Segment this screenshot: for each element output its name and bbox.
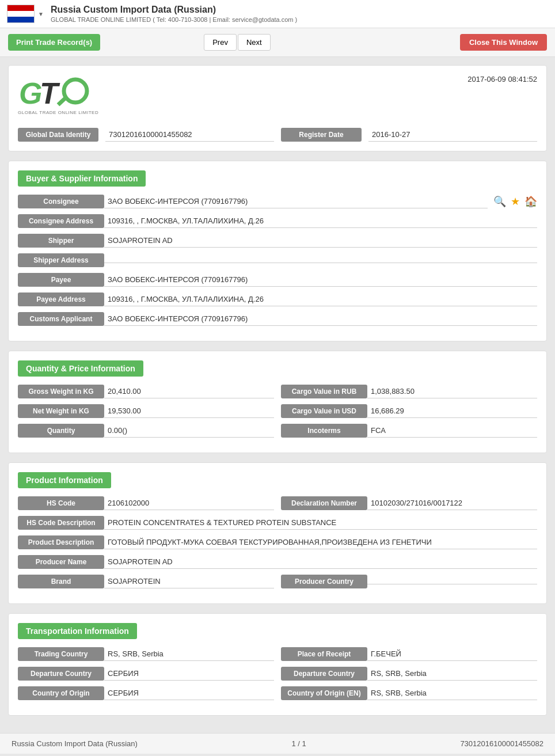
country-of-origin-value: СЕРБИЯ [104,686,274,700]
hs-code-label: HS Code [18,496,104,510]
transportation-card: Transportation Information Trading Count… [8,613,547,716]
buyer-supplier-card: Buyer & Supplier Information Consignee З… [8,161,547,341]
hs-desc-row: HS Code Description PROTEIN CONCENTRATES… [18,516,537,530]
declaration-label: Declaration Number [281,496,367,510]
country-of-origin-en-right: Country of Origin (EN) RS, SRB, Serbia [281,686,537,700]
header-text: Russia Custom Import Data (Russian) GLOB… [51,5,548,23]
logo-card: G T GLOBAL TRADE ONLINE LIMITED 2017-06-… [8,65,547,151]
hs-code-left: HS Code 2106102000 [18,496,274,510]
declaration-value: 10102030/271016/0017122 [367,496,537,510]
product-title: Product Information [18,472,111,488]
close-window-button[interactable]: Close This Window [460,34,547,51]
departure-country-en-label: Departure Country [281,667,367,681]
cargo-rub-label: Cargo Value in RUB [281,385,367,398]
country-flag [7,5,35,23]
country-of-origin-row: Country of Origin СЕРБИЯ Country of Orig… [18,686,537,700]
quantity-value: 0.00() [104,424,274,438]
date-label: Register Date [281,128,362,142]
trading-country-left: Trading Country RS, SRB, Serbia [18,647,274,661]
country-of-origin-label: Country of Origin [18,686,104,700]
consignee-address-value: 109316, , Г.МОСКВА, УЛ.ТАЛАЛИХИНА, Д.26 [104,214,537,228]
net-weight-value: 19,530.00 [104,404,274,418]
departure-country-value: СЕРБИЯ [104,667,274,681]
payee-row: Payee ЗАО ВОБЕКС-ИНТЕРСОЯ (7709167796) [18,273,537,287]
identity-row: Global Data Identity 7301201610000145508… [18,128,537,142]
cargo-rub-right: Cargo Value in RUB 1,038,883.50 [281,385,537,398]
country-of-origin-en-value: RS, SRB, Serbia [367,686,537,700]
gross-weight-label: Gross Weight in KG [18,385,104,398]
app-header: ▼ Russia Custom Import Data (Russian) GL… [0,0,555,28]
net-weight-row: Net Weight in KG 19,530.00 Cargo Value i… [18,404,537,418]
cargo-usd-right: Cargo Value in USD 16,686.29 [281,404,537,418]
country-of-origin-left: Country of Origin СЕРБИЯ [18,686,274,700]
nav-buttons: Prev Next [204,34,270,51]
departure-country-en-value: RS, SRB, Serbia [367,667,537,681]
product-desc-label: Product Description [18,535,104,549]
product-desc-value: ГОТОВЫЙ ПРОДУКТ-МУКА СОЕВАЯ ТЕКСТУРИРОВА… [104,535,537,549]
trading-country-value: RS, SRB, Serbia [104,647,274,661]
footer: Russia Custom Import Data (Russian) 1 / … [0,733,555,754]
next-button[interactable]: Next [238,34,271,51]
place-of-receipt-label: Place of Receipt [281,647,367,661]
toolbar: Print Trade Record(s) Prev Next Close Th… [0,28,555,57]
logo-svg: G T [18,75,93,109]
brand-left: Brand SOJAPROTEIN [18,575,274,588]
quantity-price-title: Quantity & Price Information [18,360,143,377]
consignee-row: Consignee ЗАО ВОБЕКС-ИНТЕРСОЯ (770916779… [18,195,537,208]
hs-desc-label: HS Code Description [18,516,104,530]
consignee-address-row: Consignee Address 109316, , Г.МОСКВА, УЛ… [18,214,537,228]
buyer-supplier-title: Buyer & Supplier Information [18,170,146,187]
id-value: 73012016100001455082 [105,128,274,142]
customs-applicant-label: Customs Applicant [18,312,104,326]
print-button[interactable]: Print Trade Record(s) [8,34,100,51]
trading-country-label: Trading Country [18,647,104,661]
payee-address-value: 109316, , Г.МОСКВА, УЛ.ТАЛАЛИХИНА, Д.26 [104,292,537,306]
cargo-usd-value: 16,686.29 [367,404,537,418]
shipper-address-value [104,258,537,263]
producer-country-right: Producer Country [281,575,537,588]
shipper-address-label: Shipper Address [18,253,104,267]
transportation-title: Transportation Information [18,623,137,639]
departure-country-label: Departure Country [18,667,104,681]
payee-address-label: Payee Address [18,292,104,306]
prev-button[interactable]: Prev [204,34,237,51]
place-of-receipt-right: Place of Receipt Г.БЕЧЕЙ [281,647,537,661]
brand-value: SOJAPROTEIN [104,575,274,588]
departure-country-left: Departure Country СЕРБИЯ [18,667,274,681]
payee-label: Payee [18,273,104,287]
app-subtitle: GLOBAL TRADE ONLINE LIMITED ( Tel: 400-7… [51,16,548,23]
trading-country-row: Trading Country RS, SRB, Serbia Place of… [18,647,537,661]
dropdown-arrow-icon[interactable]: ▼ [38,11,44,17]
star-icon[interactable]: ★ [511,195,520,208]
app-title: Russia Custom Import Data (Russian) [51,5,548,15]
payee-value: ЗАО ВОБЕКС-ИНТЕРСОЯ (7709167796) [104,273,537,287]
country-of-origin-en-label: Country of Origin (EN) [281,686,367,700]
cargo-usd-label: Cargo Value in USD [281,404,367,418]
footer-pagination: 1 / 1 [292,739,306,748]
quantity-price-card: Quantity & Price Information Gross Weigh… [8,351,547,453]
shipper-row: Shipper SOJAPROTEIN AD [18,234,537,248]
place-of-receipt-value: Г.БЕЧЕЙ [367,647,537,661]
date-value: 2016-10-27 [368,128,537,142]
search-icon[interactable]: 🔍 [493,195,506,208]
producer-name-label: Producer Name [18,555,104,569]
svg-text:T: T [40,77,60,109]
consignee-label: Consignee [18,195,104,208]
producer-country-label: Producer Country [281,575,367,588]
shipper-label: Shipper [18,234,104,248]
svg-line-3 [58,97,67,105]
consignee-address-label: Consignee Address [18,214,104,228]
declaration-right: Declaration Number 10102030/271016/00171… [281,496,537,510]
customs-applicant-value: ЗАО ВОБЕКС-ИНТЕРСОЯ (7709167796) [104,312,537,326]
hs-desc-value: PROTEIN CONCENTRATES & TEXTURED PROTEIN … [104,516,537,530]
id-label: Global Data Identity [18,128,98,142]
net-weight-label: Net Weight in KG [18,404,104,418]
logo-area: G T GLOBAL TRADE ONLINE LIMITED 2017-06-… [18,75,537,121]
product-desc-row: Product Description ГОТОВЫЙ ПРОДУКТ-МУКА… [18,535,537,549]
gross-weight-left: Gross Weight in KG 20,410.00 [18,385,274,398]
gross-weight-value: 20,410.00 [104,385,274,398]
shipper-value: SOJAPROTEIN AD [104,234,537,248]
shipper-address-row: Shipper Address [18,253,537,267]
producer-name-row: Producer Name SOJAPROTEIN AD [18,555,537,569]
home-icon[interactable]: 🏠 [524,195,537,208]
